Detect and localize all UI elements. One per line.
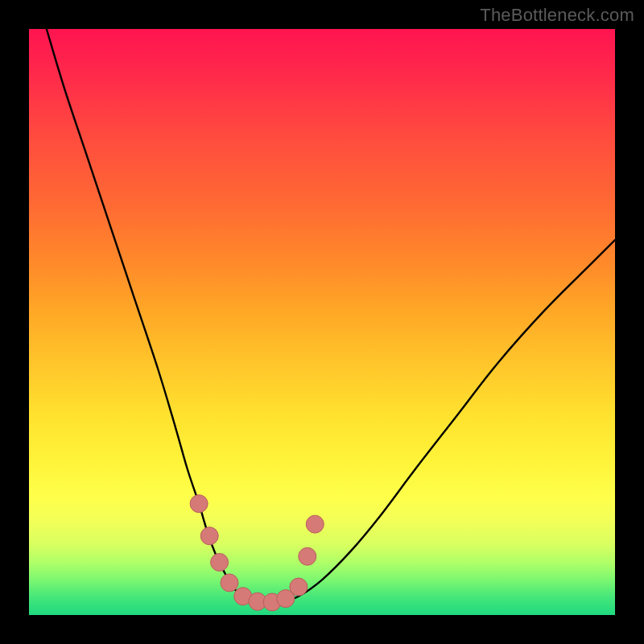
bottleneck-curve (47, 29, 615, 603)
curve-marker (299, 547, 316, 565)
curve-marker (221, 574, 238, 592)
chart-svg (29, 29, 615, 615)
watermark-text: TheBottleneck.com (480, 5, 634, 26)
curve-marker (211, 553, 229, 571)
curve-markers (190, 495, 324, 611)
curve-marker (306, 515, 324, 533)
outer-frame: TheBottleneck.com (0, 0, 644, 644)
plot-area (29, 29, 615, 615)
curve-marker (190, 495, 208, 513)
curve-marker (200, 527, 218, 545)
curve-marker (290, 578, 308, 596)
